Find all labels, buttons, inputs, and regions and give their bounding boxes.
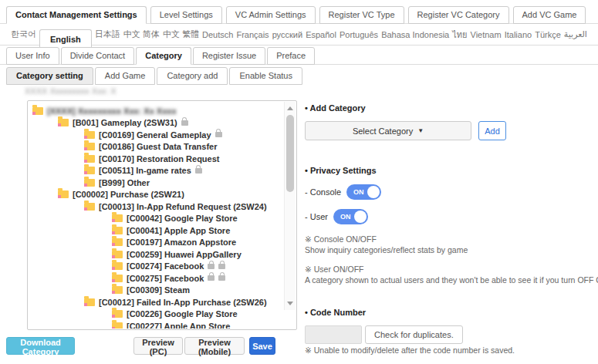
tree-item-label: [C00002] Purchase (2SW21) [73, 190, 184, 199]
folder-icon [112, 275, 123, 282]
category-tree: [XXXX] Xxxxxxxxx Xxx: Xx Xxxx[B001] Game… [29, 102, 283, 329]
code-number-input[interactable] [305, 325, 362, 344]
lang-한국어[interactable]: 한국어 [11, 27, 36, 42]
console-toggle[interactable]: ON [346, 184, 381, 200]
tree-item-label: [C00197] Amazon Appstore [127, 238, 236, 247]
tree-item[interactable]: [B999] Other [29, 177, 283, 189]
lock-icon [218, 264, 225, 269]
preview-pc-button[interactable]: Preview (PC) [133, 337, 183, 355]
lock-icon [218, 275, 225, 281]
tree-item-label: [B001] Gameplay (2SW31) [73, 118, 177, 127]
tree-item[interactable]: [C00042] Google Play Store [29, 213, 283, 225]
folder-icon [112, 286, 123, 294]
lang-vietnam[interactable]: Vietnam [471, 29, 502, 41]
tree-item-label: [C00275] Facebook [127, 274, 204, 283]
tree-item[interactable]: [C00197] Amazon Appstore [29, 237, 283, 249]
subtab-enable-status[interactable]: Enable Status [229, 67, 302, 85]
tab-level-settings[interactable]: Level Settings [150, 6, 222, 24]
lang-türkçe[interactable]: Türkçe [535, 29, 561, 41]
tree-item[interactable]: [C00186] Guest Data Transfer [29, 141, 283, 153]
download-category-button[interactable]: Download Category [6, 337, 75, 355]
add-button[interactable]: Add [478, 121, 506, 140]
preview-mobile-button[interactable]: Preview (Mobile) [184, 337, 245, 355]
console-note-title: ※ Console ON/OFF [305, 234, 596, 244]
tree-item[interactable]: [C00041] Apple App Store [29, 224, 283, 237]
subtab-add-game[interactable]: Add Game [95, 67, 156, 85]
lang-bahasa-indonesia[interactable]: Bahasa Indonesia [381, 29, 449, 41]
tree-item[interactable]: [C00259] Huawei AppGallery [29, 248, 283, 261]
tab-preface[interactable]: Preface [267, 47, 315, 65]
tree-item[interactable]: [C00012] Failed In-App Purchase (2SW26) [29, 296, 283, 308]
tree-item-label: [C00042] Google Play Store [127, 214, 238, 223]
tab-category[interactable]: Category [136, 47, 191, 65]
tree-item[interactable]: [C00309] Steam [29, 285, 283, 297]
subtab-category-setting[interactable]: Category setting [6, 67, 93, 85]
tab-register-vc-category[interactable]: Register VC Category [408, 6, 509, 24]
page: Contact Management SettingsLevel Setting… [0, 0, 598, 364]
tree-item[interactable]: [XXXX] Xxxxxxxxx Xxx: Xx Xxxx [29, 105, 283, 117]
tree-item[interactable]: [C00013] In-App Refund Request (2SW24) [29, 201, 283, 213]
tree-item-label: [C00226] Google Play Store [127, 309, 238, 318]
tree-scrollbar[interactable] [284, 102, 296, 310]
tab-contact-management-settings[interactable]: Contact Management Settings [6, 6, 147, 24]
user-toggle-knob [354, 211, 367, 223]
folder-icon [84, 298, 95, 306]
save-button[interactable]: Save [249, 337, 275, 355]
scroll-down-icon[interactable] [287, 302, 293, 305]
sub-tab-bar: Category settingAdd GameCategory addEnab… [0, 66, 598, 85]
tab-register-issue[interactable]: Register Issue [193, 47, 265, 65]
user-note-title: ※ User ON/OFF [305, 265, 596, 274]
tree-item-label: [C00169] General Gameplay [99, 130, 211, 140]
subtab-category-add[interactable]: Category add [157, 67, 228, 85]
folder-icon [32, 107, 43, 115]
lang-русский[interactable]: русский [272, 29, 302, 41]
scroll-up-icon[interactable] [287, 106, 293, 110]
folder-icon [84, 143, 95, 150]
lang-italiano[interactable]: Italiano [505, 29, 532, 41]
tree-item[interactable]: [C00226] Google Play Store [29, 308, 283, 321]
language-bar: 한국어English日本語中文 简体中文 繁體DeutschFrançaisру… [0, 24, 598, 46]
select-category-label: Select Category [353, 126, 413, 136]
lock-icon [215, 132, 222, 137]
tree-item[interactable]: [C00275] Facebook [29, 272, 283, 285]
lang-español[interactable]: Español [306, 29, 336, 41]
code-number-row: Check for duplicates. [305, 325, 596, 344]
check-duplicates-button[interactable]: Check for duplicates. [365, 325, 463, 344]
tree-item[interactable]: [C00227] Apple App Store [29, 320, 283, 329]
folder-icon [58, 119, 69, 126]
tree-item-label: [B999] Other [99, 178, 150, 187]
tree-item-label: [C00309] Steam [127, 285, 190, 295]
tree-item[interactable]: [C00169] General Gameplay [29, 129, 283, 141]
code-number-note: ※ Unable to modify/delete after the code… [305, 345, 596, 355]
user-toggle[interactable]: ON [333, 209, 368, 224]
category-tree-panel: [XXXX] Xxxxxxxxx Xxx: Xx Xxxx[B001] Game… [27, 100, 297, 330]
folder-icon [84, 167, 95, 174]
tab-divide-contact[interactable]: Divide Contact [61, 47, 135, 65]
tab-add-vc-game[interactable]: Add VC Game [513, 6, 586, 24]
lock-icon [195, 168, 202, 174]
lang-日本語[interactable]: 日本語 [95, 27, 120, 42]
scrollbar-thumb[interactable] [286, 115, 294, 192]
tree-item[interactable]: [C00274] Facebook [29, 261, 283, 273]
tree-item[interactable]: [C00511] In-game rates [29, 165, 283, 177]
user-label: - User [305, 212, 328, 221]
folder-icon [84, 203, 95, 211]
lang-ไทย[interactable]: ไทย [452, 26, 467, 43]
console-label: - Console [305, 187, 341, 197]
lang-français[interactable]: Français [236, 29, 269, 41]
lang-português[interactable]: Português [340, 29, 378, 41]
tree-item-label: [C00186] Guest Data Transfer [99, 142, 217, 151]
tree-item[interactable]: [C00170] Restoration Request [29, 153, 283, 165]
lang-deutsch[interactable]: Deutsch [202, 29, 233, 41]
lang-中文-简体[interactable]: 中文 简体 [123, 27, 160, 42]
lang-中文-繁體[interactable]: 中文 繁體 [163, 27, 199, 42]
tree-item[interactable]: [C00002] Purchase (2SW21) [29, 189, 283, 201]
lang-العربية[interactable]: العربية [564, 28, 587, 41]
tab-register-vc-type[interactable]: Register VC Type [319, 6, 404, 24]
tab-vc-admin-settings[interactable]: VC Admin Settings [226, 6, 316, 24]
select-category-dropdown[interactable]: Select Category ▼ [305, 121, 471, 140]
tree-item[interactable]: [B001] Gameplay (2SW31) [29, 117, 283, 130]
tab-user-info[interactable]: User Info [6, 47, 59, 65]
user-toggle-on-label: ON [340, 213, 351, 221]
section-tab-bar: User InfoDivide ContactCategoryRegister … [0, 46, 598, 65]
